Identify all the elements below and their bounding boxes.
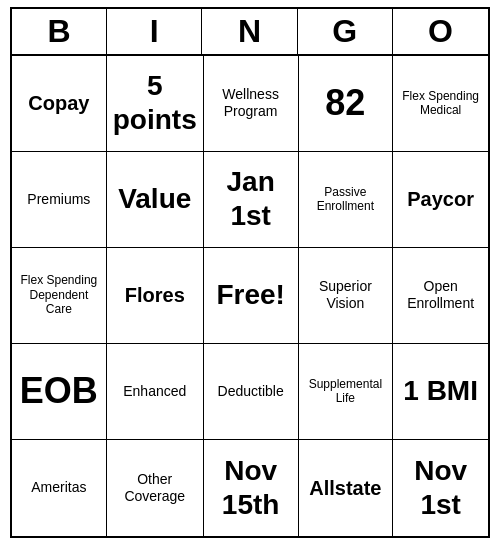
bingo-cell: Passive Enrollment bbox=[299, 152, 394, 248]
bingo-cell: Value bbox=[107, 152, 204, 248]
header-letter: O bbox=[393, 9, 488, 54]
bingo-cell: Wellness Program bbox=[204, 56, 299, 152]
header-letter: N bbox=[202, 9, 297, 54]
bingo-cell: EOB bbox=[12, 344, 107, 440]
bingo-cell: Flex Spending Medical bbox=[393, 56, 488, 152]
bingo-cell: Open Enrollment bbox=[393, 248, 488, 344]
bingo-cell: Flores bbox=[107, 248, 204, 344]
bingo-cell: Ameritas bbox=[12, 440, 107, 536]
bingo-cell: Nov 1st bbox=[393, 440, 488, 536]
bingo-grid: Copay5 pointsWellness Program82Flex Spen… bbox=[12, 56, 488, 536]
bingo-cell: Deductible bbox=[204, 344, 299, 440]
bingo-cell: Copay bbox=[12, 56, 107, 152]
bingo-cell: 1 BMI bbox=[393, 344, 488, 440]
bingo-cell: 82 bbox=[299, 56, 394, 152]
bingo-cell: Flex Spending Dependent Care bbox=[12, 248, 107, 344]
bingo-cell: Nov 15th bbox=[204, 440, 299, 536]
bingo-cell: Supplemental Life bbox=[299, 344, 394, 440]
bingo-cell: 5 points bbox=[107, 56, 204, 152]
bingo-cell: Premiums bbox=[12, 152, 107, 248]
bingo-cell: Superior Vision bbox=[299, 248, 394, 344]
bingo-card: BINGO Copay5 pointsWellness Program82Fle… bbox=[10, 7, 490, 538]
bingo-cell: Paycor bbox=[393, 152, 488, 248]
header-letter: G bbox=[298, 9, 393, 54]
bingo-cell: Free! bbox=[204, 248, 299, 344]
bingo-cell: Jan 1st bbox=[204, 152, 299, 248]
bingo-header: BINGO bbox=[12, 9, 488, 56]
header-letter: B bbox=[12, 9, 107, 54]
bingo-cell: Enhanced bbox=[107, 344, 204, 440]
bingo-cell: Allstate bbox=[299, 440, 394, 536]
bingo-cell: Other Coverage bbox=[107, 440, 204, 536]
header-letter: I bbox=[107, 9, 202, 54]
